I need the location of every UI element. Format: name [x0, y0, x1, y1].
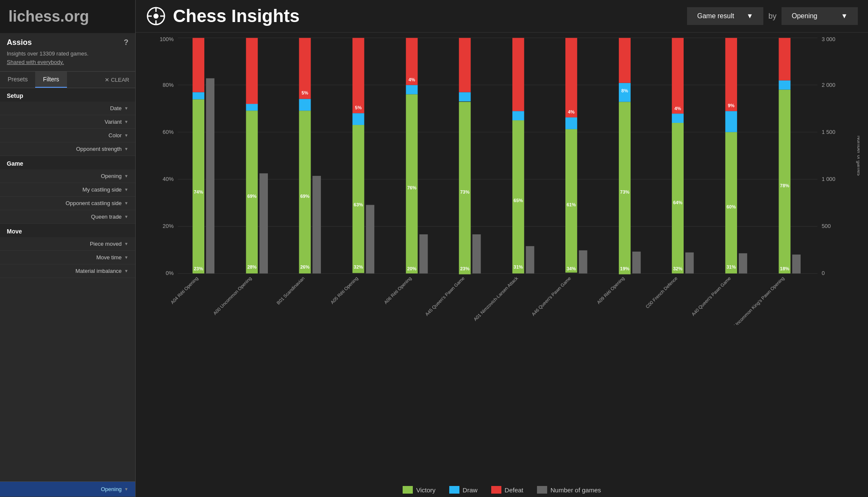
- svg-rect-89: [725, 38, 737, 111]
- svg-text:23%: 23%: [194, 266, 203, 271]
- svg-rect-75: [619, 38, 631, 83]
- variant-label: Variant ▼: [105, 119, 128, 125]
- page-title: Chess Insights: [173, 6, 680, 26]
- filter-variant[interactable]: Variant ▼: [0, 115, 135, 129]
- svg-rect-66: [565, 129, 577, 273]
- svg-rect-88: [725, 111, 737, 132]
- opening-label: Opening ▼: [101, 173, 128, 179]
- svg-rect-86: [685, 253, 694, 274]
- svg-rect-80: [672, 123, 684, 273]
- legend-victory: Victory: [403, 486, 436, 494]
- svg-rect-48: [406, 85, 418, 94]
- username-text: Assios: [7, 38, 32, 47]
- svg-text:0: 0: [822, 270, 825, 276]
- logo[interactable]: lichess.org: [0, 0, 135, 33]
- filter-opening[interactable]: Opening ▼: [0, 169, 135, 183]
- move-time-arrow-icon: ▼: [124, 255, 128, 260]
- svg-text:1 000: 1 000: [822, 176, 835, 182]
- svg-text:19%: 19%: [620, 266, 629, 271]
- insights-text: Insights over 13309 rated games.: [7, 50, 89, 57]
- filter-my-castling[interactable]: My castling side ▼: [0, 183, 135, 197]
- filter-date[interactable]: Date ▼: [0, 102, 135, 115]
- svg-text:A04 Réti Opening: A04 Réti Opening: [170, 275, 199, 305]
- svg-text:9%: 9%: [728, 103, 734, 108]
- filter-opponent-strength[interactable]: Opponent strength ▼: [0, 142, 135, 156]
- filter-piece-moved[interactable]: Piece moved ▼: [0, 237, 135, 251]
- chart-svg: 0% 20% 40% 60% 80% 100% 0 500 1 000 1 50…: [153, 37, 860, 325]
- filter-queen-trade[interactable]: Queen trade ▼: [0, 210, 135, 224]
- clear-label: ✕ CLEAR: [105, 77, 129, 83]
- svg-rect-87: [725, 132, 737, 274]
- svg-text:31%: 31%: [726, 264, 736, 269]
- svg-rect-56: [459, 38, 471, 92]
- svg-rect-96: [779, 38, 790, 80]
- svg-text:4%: 4%: [568, 109, 575, 114]
- help-icon[interactable]: ?: [124, 38, 128, 47]
- svg-rect-34: [299, 99, 311, 111]
- piece-moved-label: Piece moved ▼: [90, 241, 128, 247]
- svg-rect-53: [419, 234, 428, 273]
- svg-rect-93: [739, 253, 747, 274]
- svg-text:23%: 23%: [460, 266, 470, 271]
- queen-trade-label: Queen trade ▼: [91, 214, 128, 220]
- move-time-label: Move time ▼: [96, 254, 128, 261]
- username: Assios ?: [7, 38, 128, 47]
- legend-defeat: Defeat: [491, 486, 523, 494]
- svg-text:64%: 64%: [673, 200, 682, 205]
- svg-text:73%: 73%: [460, 189, 470, 194]
- svg-text:A40 Queen's Pawn Game: A40 Queen's Pawn Game: [690, 275, 732, 317]
- sidebar-bottom: Opening ▼: [0, 481, 135, 497]
- opening-arrow-icon: ▼: [124, 174, 128, 178]
- clear-button[interactable]: ✕ CLEAR: [99, 72, 135, 88]
- svg-text:4%: 4%: [409, 77, 415, 82]
- chart-legend: Victory Draw Defeat Number of games: [136, 479, 868, 497]
- move-section-header: Move: [0, 224, 135, 237]
- svg-text:3 000: 3 000: [822, 37, 835, 42]
- color-arrow-icon: ▼: [124, 133, 128, 138]
- svg-text:61%: 61%: [567, 202, 576, 207]
- svg-text:A09 Réti Opening: A09 Réti Opening: [596, 275, 625, 305]
- svg-rect-35: [299, 38, 311, 99]
- svg-rect-41: [353, 113, 364, 125]
- filter-opponent-castling[interactable]: Opponent castling side ▼: [0, 197, 135, 210]
- bottom-opening-filter[interactable]: Opening ▼: [0, 482, 135, 497]
- svg-text:B00 Uncommon King's Pawn Openi: B00 Uncommon King's Pawn Opening: [726, 275, 785, 325]
- victory-color-swatch: [403, 486, 413, 494]
- setup-section-header: Setup: [0, 88, 135, 102]
- sidebar-tabs: Presets Filters ✕ CLEAR: [0, 72, 135, 88]
- page-header: Chess Insights Game result ▼ by Opening …: [136, 0, 868, 33]
- svg-text:Number of games: Number of games: [856, 136, 860, 176]
- svg-rect-46: [366, 205, 374, 274]
- svg-rect-94: [779, 90, 790, 274]
- svg-rect-60: [512, 120, 524, 273]
- shared-link[interactable]: Shared with everybody.: [7, 59, 64, 65]
- svg-text:65%: 65%: [514, 198, 523, 203]
- opening-dropdown[interactable]: Opening ▼: [782, 7, 858, 25]
- svg-text:32%: 32%: [354, 264, 363, 269]
- svg-rect-54: [459, 102, 471, 274]
- svg-text:8%: 8%: [621, 89, 628, 94]
- svg-rect-67: [565, 117, 577, 129]
- filter-material-imbalance[interactable]: Material imbalance ▼: [0, 264, 135, 278]
- filter-move-time[interactable]: Move time ▼: [0, 251, 135, 264]
- sidebar: lichess.org Assios ? Insights over 13309…: [0, 0, 136, 497]
- bottom-opening-label: Opening ▼: [101, 486, 128, 492]
- filter-color[interactable]: Color ▼: [0, 129, 135, 142]
- svg-text:63%: 63%: [354, 202, 363, 207]
- svg-text:0%: 0%: [166, 270, 174, 276]
- svg-rect-99: [792, 255, 801, 274]
- svg-rect-79: [632, 252, 641, 274]
- move-title: Move: [7, 228, 22, 235]
- svg-rect-72: [579, 250, 587, 274]
- tab-filters[interactable]: Filters: [35, 72, 67, 88]
- tab-presets[interactable]: Presets: [0, 72, 35, 88]
- legend-count: Number of games: [537, 486, 601, 494]
- bar-defeat-0: [192, 38, 204, 92]
- svg-rect-81: [672, 114, 684, 123]
- by-label: by: [768, 12, 776, 21]
- setup-title: Setup: [7, 92, 23, 99]
- count-color-swatch: [537, 486, 547, 494]
- svg-text:74%: 74%: [194, 189, 203, 194]
- game-result-dropdown[interactable]: Game result ▼: [687, 7, 763, 25]
- defeat-color-swatch: [491, 486, 501, 494]
